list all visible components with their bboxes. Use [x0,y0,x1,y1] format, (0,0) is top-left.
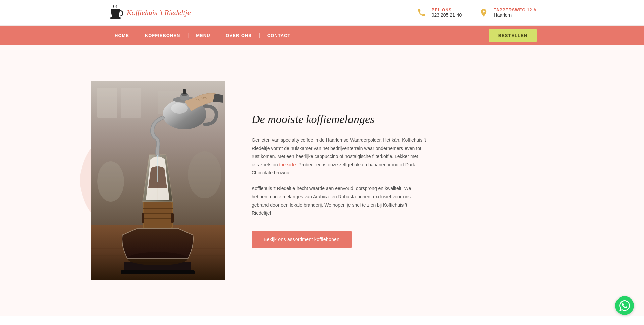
svg-point-0 [109,17,121,19]
nav-sep-3: | [218,33,219,38]
phone-info: BEL ONS 023 205 21 40 [432,8,462,18]
svg-rect-18 [144,202,172,228]
hero-image [91,81,225,280]
nav-contact[interactable]: CONTACT [260,33,298,38]
logo-area[interactable]: Koffiehuis 't Riedeltje [107,5,191,21]
bestellen-button[interactable]: BESTELLEN [489,29,537,42]
svg-point-6 [97,161,124,202]
phone-icon [416,7,428,19]
hero-text-content: De mooiste koffiemelanges Genieten van s… [252,113,426,248]
hero-title-italic: mooiste [268,113,303,125]
cta-button[interactable]: Bekijk ons assortiment koffiebonen [252,231,352,248]
nav-menu[interactable]: MENU [189,33,217,38]
svg-rect-15 [121,270,195,274]
nav-koffiebonen[interactable]: KOFFIEBONEN [138,33,188,38]
hero-title-end: koffiemelanges [303,113,374,125]
address-info: TAPPERSWEG 12 A Haarlem [494,8,537,18]
nav-links: HOME | KOFFIEBONEN | MENU | OVER ONS | C… [107,33,298,38]
phone-number: 023 205 21 40 [432,12,462,18]
svg-point-7 [188,151,221,198]
nav-sep-2: | [187,33,189,38]
hero-image-wrapper [91,81,225,280]
hero-title: De mooiste koffiemelanges [252,113,426,126]
nav-sep-4: | [259,33,260,38]
nav-over-ons[interactable]: OVER ONS [218,33,259,38]
address-city: Haarlem [494,12,537,18]
svg-rect-23 [171,213,174,223]
svg-rect-3 [121,88,141,118]
coffee-cup-icon [107,5,123,21]
highlight-side: the side [279,162,296,167]
location-icon [478,7,490,19]
header-contact: BEL ONS 023 205 21 40 TAPPERSWEG 12 A Ha… [416,7,537,19]
hero-paragraph-2: Koffiehuis 't Riedeltje hecht waarde aan… [252,184,426,217]
whatsapp-button[interactable] [615,296,634,315]
address-label: TAPPERSWEG 12 A [494,8,537,12]
hero-paragraph-1: Genieten van specialty coffee in de Haar… [252,136,426,177]
nav-sep-1: | [137,33,138,38]
hero-text-area: De mooiste koffiemelanges Genieten van s… [225,45,644,316]
svg-rect-30 [183,89,186,94]
hero-title-regular: De [252,113,268,125]
hero-image-area [0,45,225,316]
address-contact: TAPPERSWEG 12 A Haarlem [478,7,537,19]
svg-rect-2 [97,88,117,118]
logo-text: Koffiehuis 't Riedeltje [127,8,191,17]
nav-home[interactable]: HOME [107,33,137,38]
phone-label: BEL ONS [432,8,462,12]
whatsapp-icon [619,300,630,311]
hero-section: De mooiste koffiemelanges Genieten van s… [0,45,644,316]
main-nav: HOME | KOFFIEBONEN | MENU | OVER ONS | C… [0,26,644,45]
svg-point-26 [171,103,188,114]
site-header: Koffiehuis 't Riedeltje BEL ONS 023 205 … [0,0,644,26]
phone-contact: BEL ONS 023 205 21 40 [416,7,462,19]
svg-rect-22 [142,213,144,223]
